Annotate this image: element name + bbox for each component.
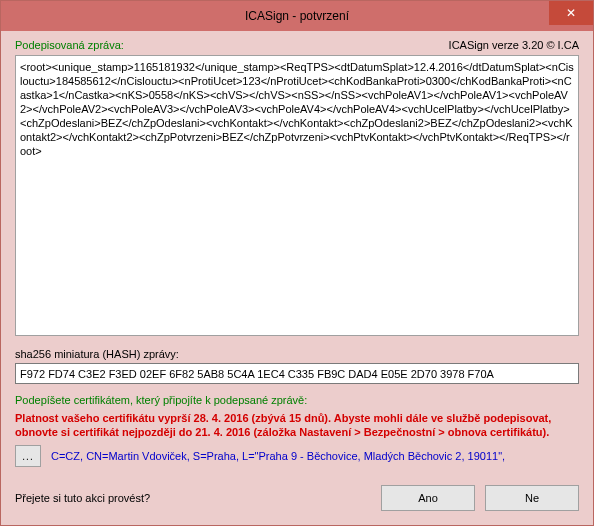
confirm-question: Přejete si tuto akci provést? bbox=[15, 492, 371, 504]
close-button[interactable]: ✕ bbox=[549, 1, 593, 25]
header-row: Podepisovaná zpráva: ICASign verze 3.20 … bbox=[15, 39, 579, 51]
close-icon: ✕ bbox=[566, 6, 576, 20]
signed-message-label: Podepisovaná zpráva: bbox=[15, 39, 124, 51]
window-title: ICASign - potvrzení bbox=[245, 9, 349, 23]
title-bar[interactable]: ICASign - potvrzení ✕ bbox=[1, 1, 593, 31]
no-button-label: Ne bbox=[525, 492, 539, 504]
version-text: ICASign verze 3.20 © I.CA bbox=[449, 39, 579, 51]
client-area: Podepisovaná zpráva: ICASign verze 3.20 … bbox=[1, 31, 593, 525]
no-button[interactable]: Ne bbox=[485, 485, 579, 511]
cert-select-row: ... C=CZ, CN=Martin Vdoviček, S=Praha, L… bbox=[15, 445, 579, 467]
confirm-row: Přejete si tuto akci provést? Ano Ne bbox=[15, 485, 579, 511]
cert-expiry-warning: Platnost vašeho certifikátu vyprší 28. 4… bbox=[15, 411, 579, 439]
browse-cert-button[interactable]: ... bbox=[15, 445, 41, 467]
yes-button[interactable]: Ano bbox=[381, 485, 475, 511]
cert-intro: Podepíšete certifikátem, který připojíte… bbox=[15, 394, 579, 406]
cert-distinguished-name: C=CZ, CN=Martin Vdoviček, S=Praha, L="Pr… bbox=[51, 450, 505, 462]
message-xml-box[interactable]: <root><unique_stamp>1165181932</unique_s… bbox=[15, 55, 579, 336]
hash-field[interactable] bbox=[15, 363, 579, 384]
yes-button-label: Ano bbox=[418, 492, 438, 504]
dialog-window: ICASign - potvrzení ✕ Podepisovaná zpráv… bbox=[0, 0, 594, 526]
ellipsis-icon: ... bbox=[22, 451, 33, 462]
hash-label: sha256 miniatura (HASH) zprávy: bbox=[15, 348, 579, 360]
